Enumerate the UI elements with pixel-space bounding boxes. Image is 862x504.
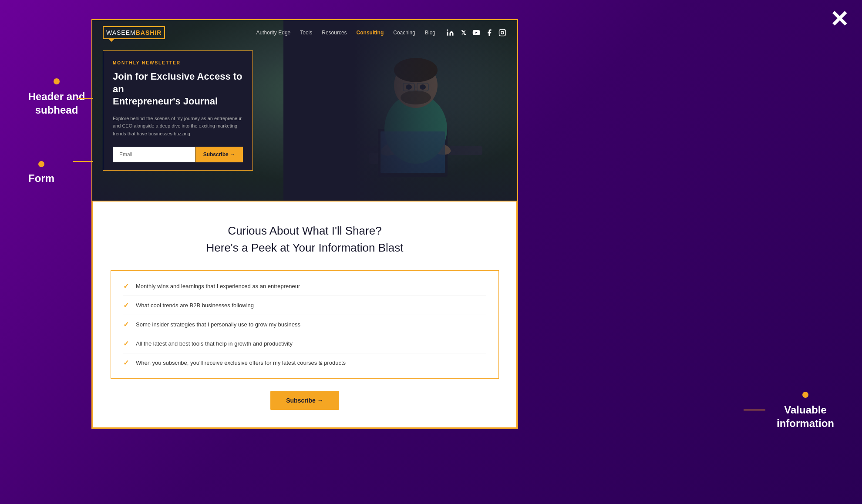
svg-point-23 bbox=[504, 30, 505, 31]
checklist-item-3: ✓ Some insider strategies that I persona… bbox=[123, 315, 486, 334]
logo-waseem: WASEEM bbox=[106, 29, 136, 36]
svg-rect-18 bbox=[447, 32, 448, 36]
check-icon-5: ✓ bbox=[123, 359, 129, 367]
checklist-item-5: ✓ When you subscribe, you'll receive exc… bbox=[123, 353, 486, 372]
checklist-item-1: ✓ Monthly wins and learnings that I expe… bbox=[123, 277, 486, 296]
connector-line-form bbox=[73, 161, 93, 162]
email-input[interactable] bbox=[113, 147, 195, 162]
twitter-x-icon[interactable]: 𝕏 bbox=[459, 28, 468, 37]
linkedin-icon[interactable] bbox=[446, 28, 455, 37]
logo[interactable]: WASEEMBASHIR bbox=[103, 26, 165, 39]
hero-section: WASEEMBASHIR Authority Edge Tools Resour… bbox=[92, 20, 517, 201]
content-section: Curious About What I'll Share? Here's a … bbox=[92, 201, 517, 428]
check-icon-2: ✓ bbox=[123, 301, 129, 309]
check-icon-3: ✓ bbox=[123, 320, 129, 329]
nav-links: Authority Edge Tools Resources Consultin… bbox=[256, 30, 435, 36]
connector-line-header bbox=[77, 98, 93, 99]
nav-coaching[interactable]: Coaching bbox=[393, 30, 415, 36]
youtube-icon[interactable] bbox=[472, 28, 481, 37]
bottom-subscribe-area: Subscribe → bbox=[111, 391, 499, 410]
navbar: WASEEMBASHIR Authority Edge Tools Resour… bbox=[92, 20, 517, 45]
newsletter-box: MONTHLY NEWSLETTER Join for Exclusive Ac… bbox=[103, 50, 253, 171]
social-icons: 𝕏 bbox=[446, 28, 507, 37]
form-annotation-label: Form bbox=[28, 172, 54, 185]
logo-bubble bbox=[108, 38, 115, 42]
check-icon-1: ✓ bbox=[123, 282, 129, 290]
svg-rect-21 bbox=[499, 30, 506, 36]
close-button[interactable]: ✕ bbox=[830, 8, 849, 30]
header-annotation-label: Header and subhead bbox=[22, 90, 91, 117]
checklist-item-4: ✓ All the latest and best tools that hel… bbox=[123, 334, 486, 353]
newsletter-label: MONTHLY NEWSLETTER bbox=[113, 60, 243, 65]
newsletter-title: Join for Exclusive Access to an Entrepre… bbox=[113, 71, 243, 108]
bottom-subscribe-button[interactable]: Subscribe → bbox=[270, 391, 339, 410]
checklist-box: ✓ Monthly wins and learnings that I expe… bbox=[111, 270, 499, 379]
checklist-item-2: ✓ What cool trends are B2B businesses fo… bbox=[123, 296, 486, 315]
nav-resources[interactable]: Resources bbox=[322, 30, 347, 36]
logo-bashir: BASHIR bbox=[136, 29, 162, 36]
nav-consulting[interactable]: Consulting bbox=[357, 30, 384, 36]
svg-point-22 bbox=[501, 31, 504, 34]
nav-tools[interactable]: Tools bbox=[300, 30, 312, 36]
newsletter-description: Explore behind-the-scenes of my journey … bbox=[113, 115, 243, 138]
hero-subscribe-button[interactable]: Subscribe → bbox=[195, 147, 243, 162]
valuable-annotation-dot bbox=[802, 392, 808, 398]
nav-blog[interactable]: Blog bbox=[425, 30, 435, 36]
instagram-icon[interactable] bbox=[498, 28, 507, 37]
main-container: WASEEMBASHIR Authority Edge Tools Resour… bbox=[91, 19, 518, 429]
connector-line-valuable bbox=[744, 410, 765, 410]
hero-overlay bbox=[283, 20, 517, 201]
logo-box: WASEEMBASHIR bbox=[103, 26, 165, 39]
section-title: Curious About What I'll Share? Here's a … bbox=[111, 222, 499, 256]
form-annotation-dot bbox=[38, 161, 44, 167]
newsletter-form: Subscribe → bbox=[113, 147, 243, 162]
header-annotation-dot bbox=[54, 78, 60, 84]
svg-point-19 bbox=[447, 30, 448, 31]
valuable-annotation-label: Valuable information bbox=[764, 403, 847, 430]
nav-authority-edge[interactable]: Authority Edge bbox=[256, 30, 291, 36]
facebook-icon[interactable] bbox=[485, 28, 494, 37]
check-icon-4: ✓ bbox=[123, 339, 129, 348]
